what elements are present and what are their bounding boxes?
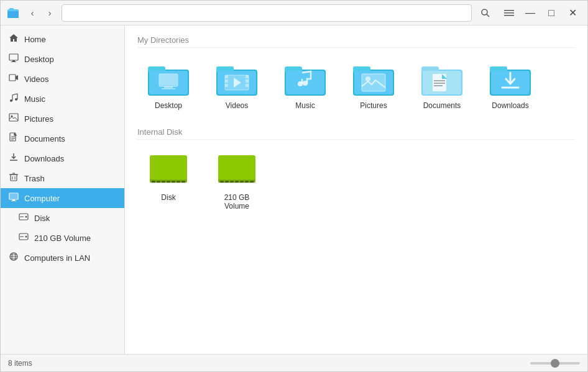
sidebar-label-trash: Trash — [24, 174, 45, 183]
svg-rect-73 — [434, 83, 445, 84]
svg-rect-27 — [11, 201, 16, 201]
svg-rect-45 — [162, 88, 175, 89]
folder-music-label: Music — [295, 101, 315, 110]
folder-videos[interactable]: Videos — [206, 55, 268, 115]
items-count: 8 items — [8, 359, 32, 368]
svg-rect-55 — [246, 79, 249, 83]
sidebar-item-music[interactable]: Music — [1, 89, 124, 109]
folder-pictures-label: Pictures — [360, 101, 387, 110]
sidebar-label-downloads: Downloads — [24, 154, 64, 163]
sidebar-item-downloads[interactable]: Downloads — [1, 148, 124, 168]
folder-documents-icon — [420, 60, 464, 98]
address-bar[interactable] — [62, 4, 472, 22]
folder-desktop-icon — [147, 60, 190, 98]
svg-rect-81 — [152, 181, 155, 183]
folder-pictures-icon — [352, 60, 395, 98]
forward-button[interactable]: › — [42, 5, 58, 21]
svg-line-4 — [487, 14, 489, 17]
svg-point-13 — [15, 98, 17, 101]
folder-music[interactable]: Music — [274, 55, 336, 115]
sidebar-label-music: Music — [24, 94, 45, 104]
svg-rect-28 — [10, 194, 17, 199]
sidebar-label-volume: 210 GB Volume — [34, 234, 91, 243]
svg-rect-84 — [167, 181, 170, 183]
sidebar-item-computers-lan[interactable]: Computers in LAN — [1, 248, 124, 268]
sidebar-item-trash[interactable]: Trash — [1, 168, 124, 188]
sidebar-item-videos[interactable]: Videos — [1, 69, 124, 89]
minimize-button[interactable]: — — [520, 4, 540, 22]
svg-rect-93 — [235, 181, 239, 183]
disk-item-disk-icon — [147, 152, 190, 189]
titlebar: ‹ › — □ ✕ — [1, 1, 587, 25]
maximize-button[interactable]: □ — [541, 4, 561, 22]
svg-rect-96 — [250, 181, 254, 183]
statusbar: 8 items — [1, 354, 587, 371]
sidebar-item-documents[interactable]: Documents — [1, 129, 124, 148]
sidebar-item-disk[interactable]: Disk — [1, 208, 124, 228]
folder-pictures[interactable]: Pictures — [342, 55, 405, 115]
main-panel: My Directories — [125, 25, 587, 354]
svg-rect-85 — [172, 181, 175, 183]
folder-videos-label: Videos — [226, 101, 248, 110]
svg-point-30 — [25, 216, 27, 218]
directories-grid: Desktop — [137, 55, 575, 115]
svg-rect-88 — [218, 155, 255, 183]
close-button[interactable]: ✕ — [563, 4, 582, 22]
svg-rect-51 — [225, 75, 228, 78]
zoom-slider[interactable] — [530, 362, 580, 365]
svg-rect-82 — [157, 181, 160, 183]
svg-rect-2 — [9, 8, 14, 11]
disks-grid: Disk — [137, 147, 575, 215]
folder-desktop[interactable]: Desktop — [137, 55, 200, 115]
svg-rect-79 — [150, 155, 187, 183]
sidebar-item-home[interactable]: Home — [1, 29, 124, 49]
section-title-directories: My Directories — [137, 35, 575, 48]
svg-point-3 — [482, 9, 487, 15]
home-icon — [8, 33, 19, 45]
documents-icon — [8, 132, 19, 145]
folder-documents[interactable]: Documents — [411, 55, 473, 115]
sidebar-item-desktop[interactable]: Desktop — [1, 49, 124, 69]
svg-point-33 — [25, 236, 27, 238]
disk-item-volume[interactable]: 210 GB Volume — [206, 147, 268, 215]
section-title-disk: Internal Disk — [137, 127, 575, 140]
svg-rect-14 — [9, 114, 18, 121]
svg-rect-87 — [181, 181, 185, 183]
search-button[interactable] — [475, 4, 495, 22]
disk-item-disk[interactable]: Disk — [137, 147, 200, 215]
disk-item-disk-label: Disk — [161, 193, 175, 202]
svg-point-12 — [10, 99, 12, 102]
sidebar: Home Desktop Videos Music — [1, 25, 125, 354]
folder-videos-icon — [215, 60, 259, 98]
svg-rect-91 — [225, 181, 229, 183]
slider-track[interactable] — [530, 362, 580, 365]
back-button[interactable]: ‹ — [24, 5, 40, 21]
volume-icon — [18, 232, 29, 244]
sidebar-item-computer[interactable]: Computer — [1, 188, 124, 208]
slider-thumb[interactable] — [551, 359, 559, 368]
sidebar-item-volume[interactable]: 210 GB Volume — [1, 228, 124, 248]
videos-icon — [8, 73, 19, 85]
folder-desktop-label: Desktop — [155, 101, 182, 110]
svg-rect-56 — [246, 84, 249, 87]
svg-rect-53 — [225, 84, 228, 87]
menu-button[interactable] — [499, 4, 519, 22]
svg-rect-1 — [7, 11, 19, 18]
svg-rect-83 — [162, 181, 165, 183]
svg-point-61 — [303, 81, 308, 86]
sidebar-label-disk: Disk — [34, 214, 50, 223]
folder-downloads[interactable]: Downloads — [479, 55, 541, 115]
pictures-icon — [8, 112, 19, 125]
sidebar-label-desktop: Desktop — [24, 55, 54, 64]
sidebar-item-pictures[interactable]: Pictures — [1, 109, 124, 129]
app-icon — [6, 6, 21, 20]
svg-rect-94 — [240, 181, 244, 183]
svg-rect-10 — [11, 61, 16, 62]
svg-rect-5 — [504, 10, 514, 11]
svg-rect-8 — [9, 54, 18, 60]
sidebar-label-pictures: Pictures — [24, 114, 53, 124]
svg-rect-90 — [220, 181, 224, 183]
sidebar-label-videos: Videos — [24, 75, 49, 84]
svg-rect-95 — [245, 181, 249, 183]
folder-downloads-icon — [489, 60, 532, 98]
